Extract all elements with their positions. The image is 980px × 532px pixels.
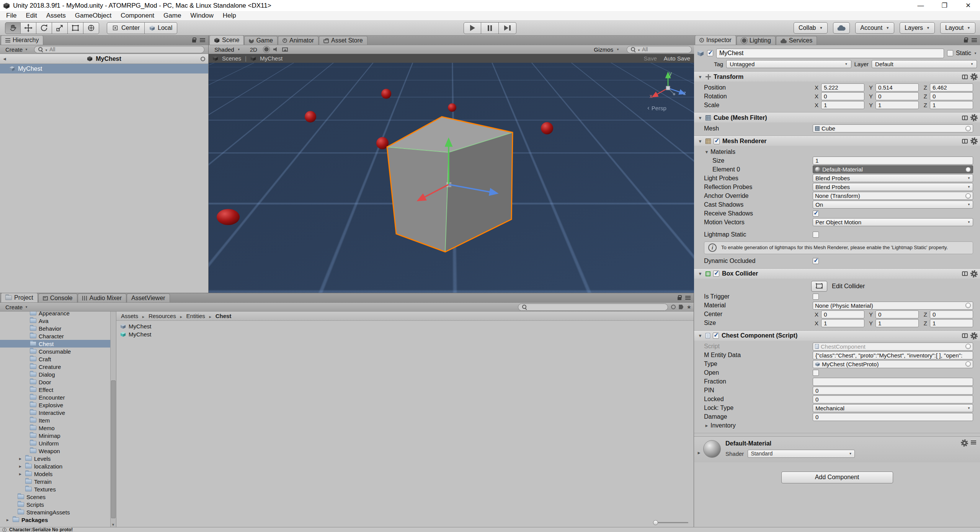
saved-search-star-icon[interactable]: ★ bbox=[686, 304, 691, 310]
open-checkbox[interactable] bbox=[813, 370, 819, 376]
expand-arrow-icon[interactable] bbox=[18, 472, 23, 476]
scale-z-field[interactable]: 1 bbox=[930, 101, 973, 109]
breadcrumb-entities[interactable]: Entities bbox=[176, 313, 205, 319]
folder-item[interactable]: Creature bbox=[0, 363, 116, 370]
scrollbar-thumb[interactable] bbox=[111, 380, 116, 518]
position-x-field[interactable]: 5.222 bbox=[821, 83, 864, 91]
center-z-field[interactable]: 0 bbox=[930, 310, 973, 318]
motion-vectors-dropdown[interactable]: Per Object Motion bbox=[813, 218, 973, 226]
help-icon[interactable] bbox=[962, 75, 968, 79]
scene-search-input[interactable] bbox=[642, 46, 688, 52]
rect-tool-button[interactable] bbox=[68, 22, 83, 34]
reflection-probes-dropdown[interactable]: Blend Probes bbox=[813, 183, 973, 191]
hierarchy-create-dropdown[interactable]: Create bbox=[2, 46, 31, 53]
size-y-field[interactable]: 1 bbox=[875, 319, 919, 327]
gear-icon[interactable] bbox=[972, 115, 977, 120]
folder-item-selected[interactable]: Chest bbox=[0, 340, 116, 348]
auto-save-toggle[interactable]: Auto Save bbox=[664, 55, 690, 62]
folder-item[interactable]: Appearance bbox=[0, 312, 116, 317]
tab-console[interactable]: Console bbox=[38, 294, 77, 302]
type-object-field[interactable]: MyChest (ChestProto) bbox=[813, 360, 973, 368]
folder-item[interactable]: Models bbox=[0, 470, 116, 478]
asset-item-data[interactable]: MyChest bbox=[116, 330, 694, 338]
folder-item[interactable]: Effect bbox=[0, 386, 116, 393]
cast-shadows-dropdown[interactable]: On bbox=[813, 201, 973, 209]
locked-field[interactable]: 0 bbox=[813, 395, 973, 403]
menu-assets[interactable]: Assets bbox=[42, 11, 70, 20]
lock-icon[interactable] bbox=[678, 297, 681, 300]
2d-toggle[interactable]: 2D bbox=[248, 46, 260, 53]
is-trigger-checkbox[interactable] bbox=[813, 294, 819, 300]
project-search[interactable] bbox=[518, 304, 668, 311]
menu-file[interactable]: File bbox=[2, 11, 21, 20]
packages-root-item[interactable]: Packages bbox=[0, 516, 116, 524]
transform-header[interactable]: Transform bbox=[694, 72, 980, 82]
breadcrumb-scenes[interactable]: Scenes bbox=[222, 55, 241, 62]
move-tool-button[interactable] bbox=[21, 22, 36, 34]
tab-audio-mixer[interactable]: Audio Mixer bbox=[78, 294, 126, 302]
help-icon[interactable] bbox=[962, 333, 968, 338]
help-icon[interactable] bbox=[962, 116, 968, 120]
rotate-tool-button[interactable] bbox=[36, 22, 52, 34]
pivot-toggle-button[interactable]: Center bbox=[107, 22, 145, 34]
tab-inspector[interactable]: Inspector bbox=[695, 36, 736, 45]
folder-item[interactable]: Door bbox=[0, 378, 116, 386]
help-icon[interactable] bbox=[962, 271, 968, 276]
foldout-icon[interactable] bbox=[697, 116, 703, 120]
rotation-x-field[interactable]: 0 bbox=[821, 92, 864, 100]
object-picker-icon[interactable] bbox=[965, 193, 971, 199]
asset-item-prefab[interactable]: MyChest bbox=[116, 322, 694, 330]
collab-dropdown[interactable]: Collab bbox=[794, 22, 828, 34]
scene-lighting-toggle-icon[interactable] bbox=[264, 47, 269, 52]
search-filter-arrow-icon[interactable] bbox=[45, 46, 48, 53]
collapse-arrow-icon[interactable] bbox=[2, 56, 7, 62]
scene-effects-toggle-icon[interactable] bbox=[282, 47, 288, 52]
tab-asset-store[interactable]: Asset Store bbox=[319, 36, 368, 45]
layers-dropdown[interactable]: Layers bbox=[900, 22, 935, 34]
component-enabled-checkbox[interactable] bbox=[713, 271, 719, 277]
material-object-field[interactable]: Default-Material bbox=[813, 165, 973, 173]
folder-item[interactable]: localization bbox=[0, 462, 116, 470]
folder-item[interactable]: Uniform bbox=[0, 439, 116, 447]
anchor-override-field[interactable]: None (Transform) bbox=[813, 192, 973, 200]
project-create-dropdown[interactable]: Create bbox=[2, 304, 31, 311]
expand-arrow-icon[interactable] bbox=[18, 457, 23, 461]
dynamic-occluded-checkbox[interactable] bbox=[813, 258, 819, 264]
folder-item[interactable]: Memo bbox=[0, 424, 116, 432]
tag-dropdown[interactable]: Untagged bbox=[726, 60, 851, 68]
expand-arrow-icon[interactable] bbox=[5, 518, 10, 522]
center-x-field[interactable]: 0 bbox=[821, 310, 864, 318]
scene-header-row[interactable]: MyChest bbox=[0, 54, 208, 64]
menu-game[interactable]: Game bbox=[159, 11, 186, 20]
layout-dropdown[interactable]: Layout bbox=[940, 22, 975, 34]
close-button[interactable]: ✕ bbox=[956, 0, 980, 11]
folder-item[interactable]: Levels bbox=[0, 455, 116, 462]
tab-lighting[interactable]: Lighting bbox=[737, 36, 776, 45]
gear-icon[interactable] bbox=[972, 333, 977, 338]
folder-item[interactable]: Scenes bbox=[0, 493, 116, 501]
panel-menu-icon[interactable] bbox=[685, 296, 691, 300]
script-object-field[interactable]: ChestComponent bbox=[813, 343, 973, 351]
cloud-services-button[interactable] bbox=[833, 22, 850, 34]
folder-item[interactable]: Scripts bbox=[0, 501, 116, 508]
object-picker-icon[interactable] bbox=[965, 303, 971, 308]
mesh-renderer-header[interactable]: Mesh Renderer bbox=[694, 136, 980, 146]
static-toggle[interactable]: Static bbox=[947, 50, 977, 57]
chest-component-header[interactable]: Chest Component (Script) bbox=[694, 331, 980, 341]
scene-options-icon[interactable] bbox=[201, 57, 205, 61]
thumbnail-zoom-slider[interactable] bbox=[653, 520, 688, 525]
folder-item[interactable]: Behavior bbox=[0, 325, 116, 332]
account-dropdown[interactable]: Account bbox=[855, 22, 894, 34]
size-z-field[interactable]: 1 bbox=[930, 319, 973, 327]
edit-collider-button[interactable] bbox=[811, 281, 827, 292]
lock-type-dropdown[interactable]: Mechanical bbox=[813, 404, 973, 412]
gameobject-name-field[interactable] bbox=[716, 49, 944, 58]
gear-icon[interactable] bbox=[972, 271, 977, 276]
tab-animator[interactable]: Animator bbox=[278, 36, 318, 45]
folder-item[interactable]: Explosive bbox=[0, 401, 116, 409]
hand-tool-button[interactable] bbox=[5, 22, 21, 34]
component-enabled-checkbox[interactable] bbox=[714, 138, 720, 144]
panel-menu-icon[interactable] bbox=[972, 38, 977, 42]
scene-viewport[interactable]: y x z Persp bbox=[209, 63, 694, 293]
folder-item[interactable]: Item bbox=[0, 416, 116, 424]
